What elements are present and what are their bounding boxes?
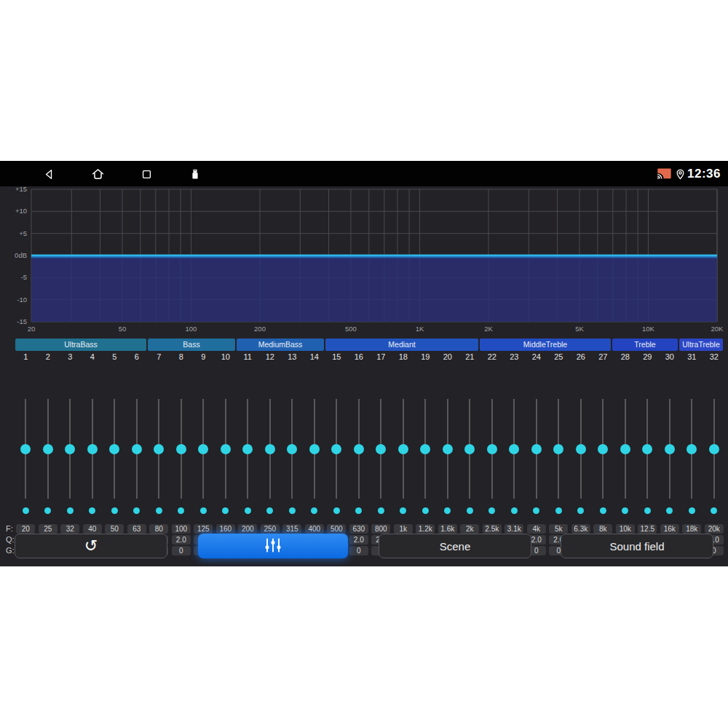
band-dot-ch23[interactable] (511, 507, 518, 514)
eq-slider-ch6[interactable] (126, 399, 149, 501)
eq-slider-ch17[interactable] (370, 399, 392, 501)
eq-slider-ch18[interactable] (392, 399, 415, 501)
slider-knob[interactable] (309, 444, 320, 454)
slider-knob[interactable] (176, 444, 186, 454)
eq-slider-ch20[interactable] (437, 399, 459, 501)
band-dot-ch30[interactable] (666, 507, 673, 514)
frequency-value-ch21[interactable]: 2k (460, 524, 479, 534)
frequency-value-ch10[interactable]: 160 (216, 524, 235, 534)
frequency-value-ch1[interactable]: 20 (16, 524, 35, 534)
slider-knob[interactable] (109, 444, 119, 454)
slider-knob[interactable] (509, 444, 519, 454)
frequency-value-ch5[interactable]: 50 (105, 524, 124, 534)
band-dot-ch10[interactable] (222, 507, 229, 514)
band-label-middletreble[interactable]: MiddleTreble (480, 339, 611, 351)
eq-slider-ch5[interactable] (103, 399, 126, 501)
band-dot-ch6[interactable] (133, 507, 140, 514)
frequency-value-ch15[interactable]: 500 (327, 524, 346, 534)
eq-slider-ch11[interactable] (237, 399, 259, 501)
band-dot-ch14[interactable] (311, 507, 317, 514)
frequency-value-ch14[interactable]: 400 (305, 524, 324, 534)
band-label-ultratreble[interactable]: UltraTreble (679, 339, 723, 351)
slider-knob[interactable] (221, 444, 231, 454)
frequency-value-ch11[interactable]: 200 (238, 524, 257, 534)
band-dot-ch27[interactable] (600, 507, 606, 514)
band-dot-ch28[interactable] (622, 507, 628, 514)
slider-knob[interactable] (420, 444, 430, 454)
slider-knob[interactable] (487, 444, 497, 454)
frequency-value-ch30[interactable]: 16k (660, 524, 679, 534)
frequency-value-ch17[interactable]: 800 (371, 524, 390, 534)
slider-knob[interactable] (553, 444, 563, 454)
band-dot-ch11[interactable] (245, 507, 251, 514)
slider-knob[interactable] (87, 444, 98, 454)
slider-knob[interactable] (464, 444, 475, 454)
frequency-value-ch22[interactable]: 2.5k (483, 524, 502, 534)
band-dot-ch21[interactable] (467, 507, 473, 514)
slider-knob[interactable] (20, 444, 31, 454)
slider-knob[interactable] (132, 444, 142, 454)
band-label-mediant[interactable]: Mediant (325, 339, 478, 351)
q-factor-value-ch8[interactable]: 2.0 (172, 535, 191, 545)
band-dot-ch12[interactable] (266, 507, 273, 514)
eq-slider-ch30[interactable] (659, 399, 681, 501)
frequency-value-ch28[interactable]: 10k (616, 524, 635, 534)
slider-knob[interactable] (265, 444, 275, 454)
frequency-value-ch12[interactable]: 250 (261, 524, 280, 534)
eq-slider-ch4[interactable] (82, 399, 104, 501)
frequency-value-ch3[interactable]: 32 (60, 524, 79, 534)
eq-slider-ch1[interactable] (15, 399, 37, 501)
slider-knob[interactable] (687, 444, 697, 454)
frequency-value-ch19[interactable]: 1.2k (416, 524, 435, 534)
frequency-value-ch7[interactable]: 80 (149, 524, 168, 534)
slider-knob[interactable] (154, 444, 164, 454)
slider-knob[interactable] (354, 444, 364, 454)
eq-slider-ch26[interactable] (570, 399, 593, 501)
slider-knob[interactable] (376, 444, 386, 454)
band-dot-ch15[interactable] (333, 507, 340, 514)
band-dot-ch13[interactable] (289, 507, 296, 514)
slider-knob[interactable] (642, 444, 652, 454)
band-label-ultrabass[interactable]: UltraBass (15, 339, 146, 351)
frequency-value-ch2[interactable]: 25 (39, 524, 58, 534)
eq-slider-ch13[interactable] (281, 399, 304, 501)
frequency-value-ch13[interactable]: 315 (282, 524, 301, 534)
eq-slider-ch7[interactable] (148, 399, 170, 501)
band-dot-ch3[interactable] (67, 507, 74, 514)
band-dot-ch18[interactable] (400, 507, 406, 514)
slider-knob[interactable] (531, 444, 542, 454)
frequency-value-ch8[interactable]: 100 (172, 524, 191, 534)
frequency-value-ch32[interactable]: 20k (705, 524, 724, 534)
back-icon[interactable] (41, 166, 57, 182)
band-dot-ch17[interactable] (378, 507, 384, 514)
band-dot-ch24[interactable] (533, 507, 539, 514)
slider-knob[interactable] (65, 444, 75, 454)
eq-slider-ch12[interactable] (259, 399, 282, 501)
band-dot-ch20[interactable] (444, 507, 451, 514)
eq-slider-ch28[interactable] (614, 399, 637, 501)
band-dot-ch31[interactable] (689, 507, 695, 514)
frequency-value-ch27[interactable]: 8k (593, 524, 612, 534)
eq-slider-ch29[interactable] (636, 399, 659, 501)
slider-knob[interactable] (398, 444, 408, 454)
eq-slider-ch10[interactable] (215, 399, 237, 501)
band-label-bass[interactable]: Bass (148, 339, 235, 351)
band-dot-ch7[interactable] (156, 507, 162, 514)
reset-button[interactable]: ↺ (15, 534, 167, 558)
recents-icon[interactable] (138, 166, 154, 182)
eq-slider-ch27[interactable] (592, 399, 614, 501)
gain-value-ch8[interactable]: 0 (172, 546, 191, 555)
band-dot-ch1[interactable] (23, 507, 29, 514)
band-dot-ch9[interactable] (200, 507, 207, 514)
slider-knob[interactable] (598, 444, 608, 454)
frequency-value-ch26[interactable]: 6.3k (571, 524, 590, 534)
eq-slider-ch9[interactable] (192, 399, 215, 501)
band-dot-ch5[interactable] (111, 507, 118, 514)
frequency-value-ch24[interactable]: 4k (527, 524, 546, 534)
eq-slider-ch16[interactable] (348, 399, 371, 501)
band-label-mediumbass[interactable]: MediumBass (237, 339, 324, 351)
eq-slider-ch15[interactable] (325, 399, 348, 501)
gain-value-ch16[interactable]: 0 (349, 546, 368, 555)
band-dot-ch26[interactable] (577, 507, 584, 514)
eq-slider-ch8[interactable] (170, 399, 193, 501)
